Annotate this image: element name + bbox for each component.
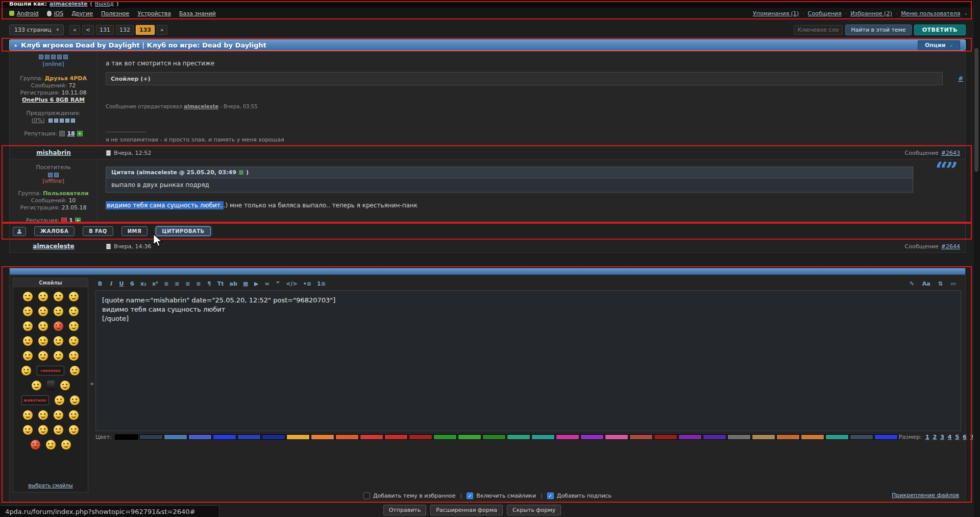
translit-button[interactable]: ab bbox=[228, 279, 239, 288]
color-swatch[interactable] bbox=[874, 434, 898, 440]
color-swatch[interactable] bbox=[335, 434, 359, 440]
smiley-icon[interactable] bbox=[55, 395, 64, 405]
insert-image-button[interactable]: ▦ bbox=[241, 279, 250, 288]
smiley-icon[interactable] bbox=[54, 410, 63, 420]
mini-square[interactable] bbox=[39, 55, 43, 59]
smiley-icon[interactable] bbox=[38, 307, 48, 316]
mini-square[interactable] bbox=[60, 119, 64, 123]
color-swatch[interactable] bbox=[115, 434, 138, 440]
snapback-icon[interactable] bbox=[239, 170, 243, 175]
nav-right-item-0[interactable]: Упоминания (1) bbox=[753, 10, 799, 17]
color-swatch[interactable] bbox=[678, 434, 702, 440]
pages-select[interactable]: 133 страниц ▾ bbox=[9, 25, 64, 35]
color-swatch[interactable] bbox=[384, 434, 408, 440]
author-username-link[interactable]: mishabrin bbox=[36, 149, 71, 156]
report-button[interactable]: ЖАЛОБА bbox=[34, 226, 75, 236]
quote-button[interactable]: ЦИТИРОВАТЬ bbox=[156, 226, 210, 236]
color-swatch[interactable] bbox=[360, 434, 383, 440]
smiley-icon[interactable] bbox=[69, 410, 79, 420]
smiley-icon[interactable] bbox=[23, 410, 33, 420]
nav-right-item-1[interactable]: Сообщения bbox=[808, 10, 842, 17]
choose-smileys-link[interactable]: выбрать смайлы bbox=[28, 483, 72, 488]
color-swatch[interactable] bbox=[164, 434, 187, 440]
add-signature-checkbox[interactable]: ✓ bbox=[547, 492, 554, 499]
color-swatch[interactable] bbox=[237, 434, 261, 440]
color-swatch[interactable] bbox=[727, 434, 751, 440]
smiley-icon[interactable] bbox=[70, 395, 80, 405]
add-to-favorites-checkbox-label[interactable]: Добавить тему в избранное bbox=[373, 492, 456, 499]
name-button[interactable]: ИМЯ bbox=[121, 226, 148, 236]
mini-square[interactable] bbox=[45, 55, 50, 59]
strikethrough-button[interactable]: S bbox=[128, 279, 137, 288]
smiley-icon[interactable] bbox=[61, 440, 71, 450]
spellcheck-button[interactable]: Aa bbox=[920, 279, 933, 288]
mini-square[interactable] bbox=[71, 119, 75, 123]
smiley-icon[interactable] bbox=[54, 425, 63, 435]
color-swatch[interactable] bbox=[605, 434, 628, 440]
align-center-button[interactable]: ≡ bbox=[173, 279, 182, 288]
list-ol-button[interactable]: 1≡ bbox=[315, 279, 328, 288]
smiley-icon[interactable] bbox=[32, 381, 41, 390]
smiley-icon[interactable] bbox=[60, 381, 70, 390]
font-size-4[interactable]: 4 bbox=[948, 434, 952, 440]
add-to-favorites-checkbox[interactable] bbox=[363, 492, 370, 499]
nav-item-устройства[interactable]: Устройства bbox=[137, 10, 171, 17]
color-swatch[interactable] bbox=[801, 434, 824, 440]
mini-square[interactable] bbox=[48, 119, 53, 123]
color-swatch[interactable] bbox=[188, 434, 212, 440]
smiley-icon[interactable] bbox=[38, 321, 48, 331]
mini-square[interactable] bbox=[57, 55, 62, 59]
mini-square[interactable] bbox=[63, 55, 68, 59]
smiley-icon[interactable] bbox=[69, 307, 79, 316]
color-swatch[interactable] bbox=[507, 434, 530, 440]
smiley-icon[interactable] bbox=[23, 307, 33, 316]
nav-item-другие[interactable]: Другие bbox=[71, 10, 93, 17]
message-number-link[interactable]: #2643 bbox=[941, 150, 960, 156]
color-swatch[interactable] bbox=[139, 434, 163, 440]
smiley-icon[interactable] bbox=[21, 366, 31, 375]
nav-item-полезное[interactable]: Полезное bbox=[101, 10, 129, 17]
align-justify-button[interactable]: ≡ bbox=[194, 279, 203, 288]
smiley-icon[interactable] bbox=[54, 321, 63, 331]
page-button-132[interactable]: 132 bbox=[116, 25, 134, 35]
collapse-smileys-handle[interactable]: « bbox=[90, 380, 94, 387]
smiley-icon[interactable] bbox=[69, 321, 79, 331]
color-swatch[interactable] bbox=[850, 434, 873, 440]
message-number-link[interactable]: #2644 bbox=[941, 243, 960, 250]
submit-button[interactable]: Отправить bbox=[383, 505, 427, 515]
color-swatch[interactable] bbox=[482, 434, 506, 440]
color-swatch[interactable] bbox=[286, 434, 310, 440]
color-swatch[interactable] bbox=[703, 434, 726, 440]
font-size-5[interactable]: 5 bbox=[955, 434, 960, 440]
reputation-plus-button[interactable]: + bbox=[75, 218, 81, 223]
smiley-icon[interactable] bbox=[23, 425, 33, 435]
color-swatch[interactable] bbox=[531, 434, 555, 440]
offtop-button[interactable]: ¶ bbox=[205, 279, 214, 288]
italic-button[interactable]: I bbox=[106, 279, 115, 288]
maximize-button[interactable]: ▭ bbox=[949, 279, 958, 288]
smiley-icon[interactable] bbox=[38, 336, 48, 346]
nav-item-база-знаний[interactable]: База знаний bbox=[179, 10, 216, 17]
smiley-icon[interactable] bbox=[23, 336, 33, 346]
profile-button[interactable] bbox=[13, 227, 26, 236]
font-size-2[interactable]: 2 bbox=[933, 434, 937, 440]
warnings-value[interactable]: (0%) bbox=[32, 117, 45, 124]
post-permalink-icon[interactable] bbox=[106, 244, 111, 249]
color-swatch[interactable] bbox=[580, 434, 604, 440]
insert-video-button[interactable]: ▶ bbox=[252, 279, 261, 288]
smiley-icon[interactable] bbox=[69, 351, 79, 361]
nav-item-ios[interactable]: iOS bbox=[47, 10, 64, 17]
bold-button[interactable]: B bbox=[95, 279, 105, 288]
insert-quote-button[interactable]: ” bbox=[273, 279, 282, 288]
add-signature-checkbox-label[interactable]: Добавить подпись bbox=[557, 492, 611, 499]
swap-button[interactable]: ⇅ bbox=[936, 279, 945, 288]
color-swatch[interactable] bbox=[556, 434, 579, 440]
pencil-button[interactable]: ✎ bbox=[908, 279, 917, 288]
mini-square[interactable] bbox=[65, 119, 69, 123]
mini-square[interactable] bbox=[54, 173, 59, 177]
smiley-icon[interactable]: ЖИВОТНОЕ! bbox=[21, 395, 49, 405]
insert-code-button[interactable]: </> bbox=[284, 279, 299, 288]
font-size-3[interactable]: 3 bbox=[940, 434, 944, 440]
post-permalink-icon[interactable] bbox=[106, 150, 111, 156]
reply-button[interactable]: ОТВЕТИТЬ bbox=[914, 25, 966, 35]
